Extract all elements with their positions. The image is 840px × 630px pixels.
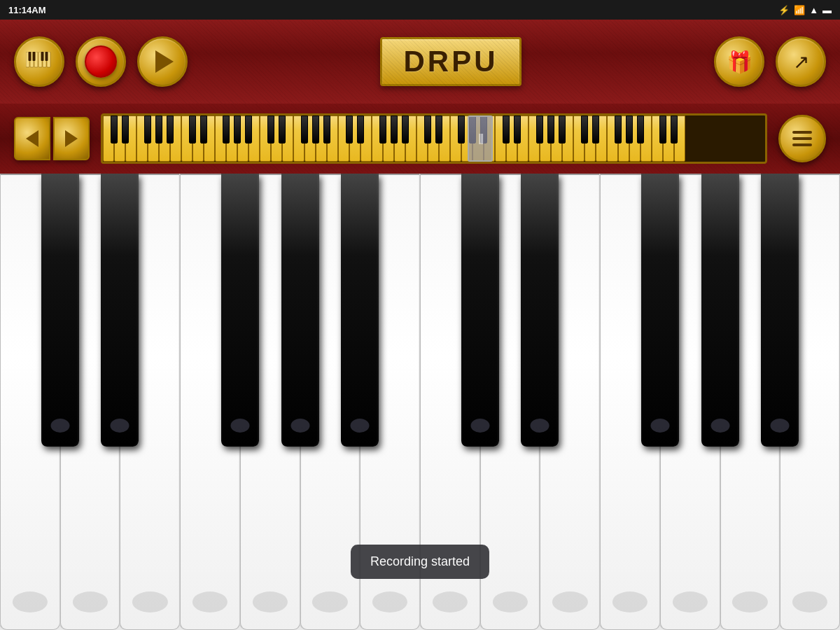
right-arrow-icon xyxy=(65,130,78,147)
mini-black-key[interactable] xyxy=(155,115,162,144)
record-button[interactable] xyxy=(76,36,126,87)
mini-black-key[interactable] xyxy=(514,115,521,144)
mini-black-key[interactable] xyxy=(267,115,274,144)
status-icons: ⚡ 📶 ▲ ▬ xyxy=(778,5,832,15)
black-key[interactable] xyxy=(281,174,319,447)
scroll-right-button[interactable] xyxy=(53,117,90,160)
mini-black-key[interactable] xyxy=(346,115,353,144)
mini-black-key[interactable] xyxy=(144,115,151,144)
status-time: 11:14AM xyxy=(8,5,46,15)
logo-area: DRPU xyxy=(199,37,703,86)
status-bar: 11:14AM ⚡ 📶 ▲ ▬ xyxy=(0,0,840,20)
black-key[interactable] xyxy=(461,174,499,447)
bluetooth-icon: ⚡ xyxy=(778,5,790,15)
mini-black-key[interactable] xyxy=(626,115,633,144)
signal-icon: 📶 xyxy=(794,5,805,15)
menu-button[interactable] xyxy=(778,115,826,162)
record-icon xyxy=(85,46,117,78)
mini-black-key[interactable] xyxy=(536,115,543,144)
black-key[interactable] xyxy=(761,174,799,447)
play-button[interactable] xyxy=(137,36,188,87)
gift-button[interactable]: 🎁 xyxy=(714,36,764,87)
mini-black-key[interactable] xyxy=(167,115,174,144)
mini-black-key[interactable] xyxy=(312,115,319,144)
mini-black-key[interactable] xyxy=(323,115,330,144)
mini-black-key[interactable] xyxy=(223,115,230,144)
mini-black-key[interactable] xyxy=(357,115,364,144)
mini-black-key[interactable] xyxy=(279,115,286,144)
mini-black-key[interactable] xyxy=(671,115,678,144)
mini-black-key[interactable] xyxy=(435,115,442,144)
mini-black-key[interactable] xyxy=(189,115,196,144)
mini-black-key[interactable] xyxy=(503,115,510,144)
right-buttons: 🎁 ↗ xyxy=(714,36,826,87)
menu-line-1 xyxy=(792,131,812,134)
mini-piano-view[interactable] xyxy=(101,113,767,164)
black-key[interactable] xyxy=(521,174,559,447)
mini-black-key[interactable] xyxy=(122,115,129,144)
piano-keys-icon xyxy=(26,52,52,71)
black-key[interactable] xyxy=(101,174,139,447)
mini-black-key[interactable] xyxy=(547,115,554,144)
svg-rect-6 xyxy=(29,52,31,61)
mini-piano-keys xyxy=(103,115,685,162)
menu-line-2 xyxy=(792,137,812,140)
share-button[interactable]: ↗ xyxy=(776,36,826,87)
toolbar: DRPU 🎁 ↗ xyxy=(0,20,840,104)
mini-black-key[interactable] xyxy=(592,115,599,144)
mini-black-key[interactable] xyxy=(200,115,207,144)
gift-icon: 🎁 xyxy=(727,50,752,74)
nav-arrows xyxy=(14,117,90,160)
toast-message: Recording started xyxy=(370,554,470,568)
black-key[interactable] xyxy=(641,174,679,447)
play-icon xyxy=(155,50,174,73)
mini-black-key[interactable] xyxy=(301,115,308,144)
mini-black-key[interactable] xyxy=(559,115,566,144)
mini-black-key[interactable] xyxy=(234,115,241,144)
mini-black-key[interactable] xyxy=(659,115,666,144)
share-icon: ↗ xyxy=(793,50,809,74)
mini-piano-thumb[interactable] xyxy=(468,115,493,162)
black-key[interactable] xyxy=(221,174,259,447)
black-key[interactable] xyxy=(41,174,79,447)
mini-black-key[interactable] xyxy=(391,115,398,144)
scroll-left-button[interactable] xyxy=(14,117,50,160)
left-arrow-icon xyxy=(26,130,38,147)
battery-icon: ▬ xyxy=(822,5,832,15)
wifi-icon: ▲ xyxy=(809,5,818,15)
mini-black-key[interactable] xyxy=(111,115,118,144)
svg-rect-8 xyxy=(41,52,44,61)
mini-black-key[interactable] xyxy=(379,115,386,144)
mini-black-key[interactable] xyxy=(637,115,644,144)
recording-toast: Recording started xyxy=(351,545,489,579)
svg-rect-7 xyxy=(33,52,36,61)
mini-black-key[interactable] xyxy=(581,115,588,144)
black-key[interactable] xyxy=(341,174,379,447)
logo-text: DRPU xyxy=(403,45,498,78)
black-key[interactable] xyxy=(701,174,739,447)
nav-bar xyxy=(0,104,840,174)
menu-line-3 xyxy=(792,144,812,146)
menu-icon xyxy=(792,131,812,146)
piano-keys-button[interactable] xyxy=(14,36,64,87)
svg-rect-9 xyxy=(46,52,48,61)
mini-black-key[interactable] xyxy=(424,115,431,144)
logo-box: DRPU xyxy=(380,37,521,86)
mini-black-key[interactable] xyxy=(402,115,409,144)
mini-black-key[interactable] xyxy=(458,115,465,144)
mini-black-key[interactable] xyxy=(245,115,252,144)
mini-black-key[interactable] xyxy=(615,115,622,144)
